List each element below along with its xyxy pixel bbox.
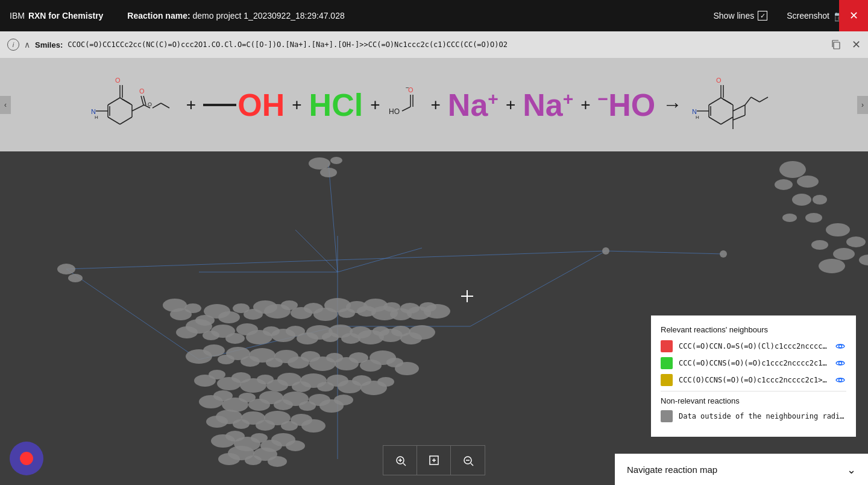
screenshot-label: Screenshot [787, 11, 829, 21]
legend-item-nr1: Data outside of the neighbouring radius [661, 410, 846, 422]
svg-line-59 [470, 251, 606, 326]
zoom-out-button[interactable] [451, 446, 485, 475]
svg-line-21 [143, 96, 146, 105]
svg-rect-0 [834, 42, 840, 49]
legend-item-2: CCC(=O)CCNS(=O)(=O)c1ccc2ncccc2c1... [661, 357, 846, 369]
reaction-display: ‹ N H O [0, 58, 868, 151]
svg-line-44 [745, 97, 751, 105]
svg-point-64 [309, 157, 330, 170]
svg-line-19 [161, 103, 169, 108]
svg-point-198 [720, 250, 727, 258]
plus-3: + [370, 95, 380, 115]
legend-item-3: CCC(O)CCNS(=O)(=O)c1ccc2ncccc2c1>... [661, 374, 846, 386]
svg-point-83 [184, 303, 201, 313]
show-lines-toggle[interactable]: Show lines ✓ [713, 11, 767, 21]
svg-text:H: H [95, 115, 98, 120]
legend-eye-3[interactable] [834, 374, 846, 386]
svg-point-197 [602, 247, 609, 255]
smiles-value: CCOC(=O)CC1CCc2cc(NC(C)=O)ccc2O1.CO.Cl.O… [68, 40, 823, 49]
svg-point-68 [797, 176, 819, 188]
navigate-chevron-icon: ⌄ [847, 463, 856, 477]
brand-rxn: RXN for Chemistry [28, 11, 103, 21]
svg-line-4 [120, 117, 132, 124]
svg-point-131 [203, 344, 225, 357]
scroll-left-button[interactable]: ‹ [0, 96, 11, 114]
svg-point-77 [819, 259, 845, 273]
svg-text:O: O [139, 87, 145, 95]
svg-point-175 [334, 395, 353, 405]
legend-item-1: CCC(=O)CCN.O=S(=O)(Cl)c1ccc2ncccc2... [661, 340, 846, 352]
legend-text-nr1: Data outside of the neighbouring radius [679, 412, 846, 420]
svg-text:HO: HO [389, 107, 400, 116]
brand: IBM RXN for Chemistry [10, 11, 103, 21]
legend-eye-2[interactable] [834, 357, 846, 369]
product-molecule: N H O [689, 72, 779, 138]
svg-point-73 [782, 214, 797, 222]
close-button[interactable]: ✕ [839, 0, 868, 31]
smiles-close-icon[interactable]: ✕ [852, 38, 861, 51]
svg-line-29 [709, 98, 721, 105]
svg-line-8 [122, 99, 130, 104]
plus-2: + [292, 95, 301, 115]
smiles-label: Smiles: [35, 40, 63, 49]
record-dot-icon [20, 452, 33, 465]
copy-icon[interactable] [828, 36, 844, 53]
navigate-panel[interactable]: Navigate reaction map ⌄ [615, 454, 868, 485]
svg-line-5 [108, 117, 120, 124]
svg-point-202 [839, 362, 842, 365]
legend-eye-1[interactable] [834, 340, 846, 352]
collapse-icon[interactable]: ∧ [24, 40, 30, 49]
reaction-name-label: Reaction name: [127, 11, 190, 21]
svg-point-79 [859, 255, 868, 265]
legend-color-1 [661, 340, 673, 352]
legend-color-nr1 [661, 410, 673, 422]
svg-line-43 [733, 105, 745, 111]
svg-point-78 [811, 240, 828, 250]
svg-point-201 [839, 345, 842, 348]
close-icon: ✕ [849, 9, 858, 22]
navigate-panel-title: Navigate reaction map [627, 464, 847, 475]
info-icon[interactable]: i [7, 39, 19, 51]
svg-line-36 [723, 99, 731, 104]
svg-point-80 [57, 264, 75, 274]
svg-point-84 [163, 299, 187, 312]
svg-text:O: O [148, 101, 152, 107]
svg-point-196 [268, 456, 287, 467]
zoom-in-button[interactable] [383, 446, 417, 475]
svg-line-45 [751, 97, 760, 102]
svg-point-203 [839, 379, 842, 382]
svg-point-70 [813, 195, 827, 204]
svg-point-129 [409, 325, 435, 340]
svg-point-87 [218, 311, 240, 323]
svg-line-213 [471, 463, 473, 466]
svg-point-107 [424, 304, 450, 319]
reaction-name: Reaction name: demo project 1_20230922_1… [127, 11, 344, 21]
legend-text-2: CCC(=O)CCNS(=O)(=O)c1ccc2ncccc2c1... [679, 359, 828, 367]
record-button[interactable] [10, 442, 43, 475]
compound-oh: OH [203, 87, 285, 123]
oh-text: OH [237, 87, 285, 123]
show-lines-label: Show lines [713, 11, 754, 21]
svg-line-15 [132, 105, 144, 111]
brand-ibm: IBM [10, 11, 25, 21]
ho-text: −HO [598, 87, 656, 123]
svg-line-18 [153, 103, 161, 108]
plus-5: + [506, 95, 515, 115]
svg-point-72 [805, 213, 822, 223]
svg-line-46 [760, 97, 768, 102]
svg-point-147 [395, 362, 419, 375]
relevant-reactions-title: Relevant reactions' neighbours [661, 325, 846, 334]
legend-divider [661, 391, 846, 391]
zoom-fit-button[interactable] [417, 446, 451, 475]
svg-point-66 [330, 157, 342, 164]
reaction-arrow: → [662, 94, 682, 116]
svg-point-67 [779, 161, 806, 178]
screenshot-button[interactable]: Screenshot 📷 [787, 10, 846, 22]
show-lines-checkbox[interactable]: ✓ [758, 11, 767, 21]
plus-1: + [186, 95, 196, 115]
svg-line-24 [402, 107, 410, 111]
scroll-right-button[interactable]: › [857, 96, 868, 114]
compound-1: N H O O O [89, 72, 179, 138]
na2-text: Na+ [523, 87, 573, 123]
legend-panel: Relevant reactions' neighbours CCC(=O)CC… [651, 315, 856, 437]
